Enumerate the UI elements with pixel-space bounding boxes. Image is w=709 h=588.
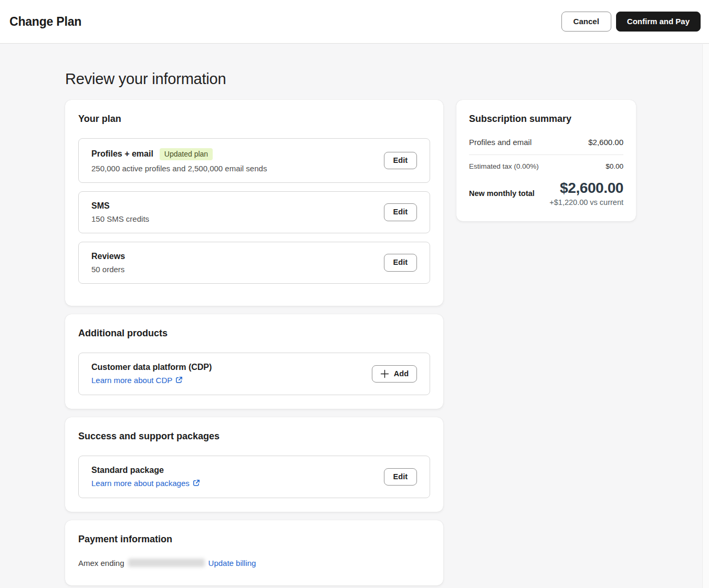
- redacted-card-details: [128, 559, 205, 567]
- main-content: Review your information Your plan Profil…: [0, 44, 709, 588]
- product-name: Customer data platform (CDP): [91, 363, 212, 372]
- learn-more-packages-link[interactable]: Learn more about packages: [91, 479, 200, 488]
- card-prefix-text: Amex ending: [78, 559, 124, 568]
- new-monthly-total-row: New monthly total $2,600.00 +$1,220.00 v…: [469, 180, 623, 207]
- top-bar: Change Plan Cancel Confirm and Pay: [0, 0, 709, 44]
- update-billing-link[interactable]: Update billing: [208, 559, 256, 568]
- edit-reviews-button[interactable]: Edit: [384, 254, 417, 271]
- external-link-icon: [193, 479, 200, 487]
- summary-value: $0.00: [606, 162, 623, 170]
- subscription-summary-card: Subscription summary Profiles and email …: [456, 100, 636, 221]
- plus-icon: [380, 369, 389, 378]
- payment-method-row: Amex ending Update billing: [78, 559, 430, 568]
- summary-label: Profiles and email: [469, 138, 531, 147]
- add-cdp-button[interactable]: Add: [372, 365, 417, 383]
- success-packages-card: Success and support packages Standard pa…: [65, 417, 443, 512]
- header-actions: Cancel Confirm and Pay: [561, 12, 701, 32]
- edit-profiles-email-button[interactable]: Edit: [384, 152, 417, 169]
- plan-description: 250,000 active profiles and 2,500,000 em…: [91, 164, 267, 173]
- product-row-cdp: Customer data platform (CDP) Learn more …: [78, 353, 430, 395]
- page-title: Change Plan: [9, 15, 81, 29]
- learn-more-cdp-link[interactable]: Learn more about CDP: [91, 376, 183, 385]
- summary-line-tax: Estimated tax (0.00%) $0.00: [469, 162, 623, 170]
- cancel-button[interactable]: Cancel: [561, 12, 611, 32]
- edit-package-button[interactable]: Edit: [384, 468, 417, 486]
- plan-row-sms: SMS 150 SMS credits Edit: [78, 191, 430, 233]
- plan-name: Profiles + email: [91, 149, 153, 159]
- plan-description: 150 SMS credits: [91, 214, 149, 223]
- additional-products-card: Additional products Customer data platfo…: [65, 314, 443, 409]
- summary-divider: [469, 154, 623, 155]
- edit-sms-button[interactable]: Edit: [384, 203, 417, 221]
- total-label: New monthly total: [469, 189, 535, 198]
- right-column: Subscription summary Profiles and email …: [456, 100, 636, 221]
- total-value: $2,600.00: [549, 180, 623, 197]
- plan-name: Reviews: [91, 252, 125, 261]
- summary-line-profiles-email: Profiles and email $2,600.00: [469, 138, 623, 147]
- scrollbar[interactable]: [702, 44, 709, 588]
- package-row-standard: Standard package Learn more about packag…: [78, 456, 430, 498]
- payment-information-card: Payment information Amex ending Update b…: [65, 520, 443, 585]
- external-link-icon: [175, 376, 183, 384]
- updated-plan-badge: Updated plan: [160, 148, 213, 160]
- your-plan-card: Your plan Profiles + email Updated plan …: [65, 100, 443, 306]
- success-packages-title: Success and support packages: [78, 431, 430, 442]
- subscription-summary-title: Subscription summary: [469, 114, 623, 125]
- plan-row-reviews: Reviews 50 orders Edit: [78, 242, 430, 284]
- plan-name: SMS: [91, 201, 110, 211]
- plan-description: 50 orders: [91, 265, 125, 274]
- your-plan-title: Your plan: [78, 114, 430, 125]
- link-label: Learn more about CDP: [91, 376, 172, 385]
- summary-value: $2,600.00: [588, 138, 623, 147]
- confirm-and-pay-button[interactable]: Confirm and Pay: [616, 12, 701, 32]
- summary-label: Estimated tax (0.00%): [469, 162, 539, 170]
- add-button-label: Add: [394, 369, 409, 378]
- plan-row-profiles-email: Profiles + email Updated plan 250,000 ac…: [78, 138, 430, 183]
- additional-products-title: Additional products: [78, 328, 430, 339]
- package-name: Standard package: [91, 466, 164, 475]
- payment-information-title: Payment information: [78, 534, 430, 545]
- link-label: Learn more about packages: [91, 479, 190, 488]
- review-heading: Review your information: [65, 70, 709, 88]
- total-comparison: +$1,220.00 vs current: [549, 198, 623, 207]
- left-column: Your plan Profiles + email Updated plan …: [65, 100, 443, 588]
